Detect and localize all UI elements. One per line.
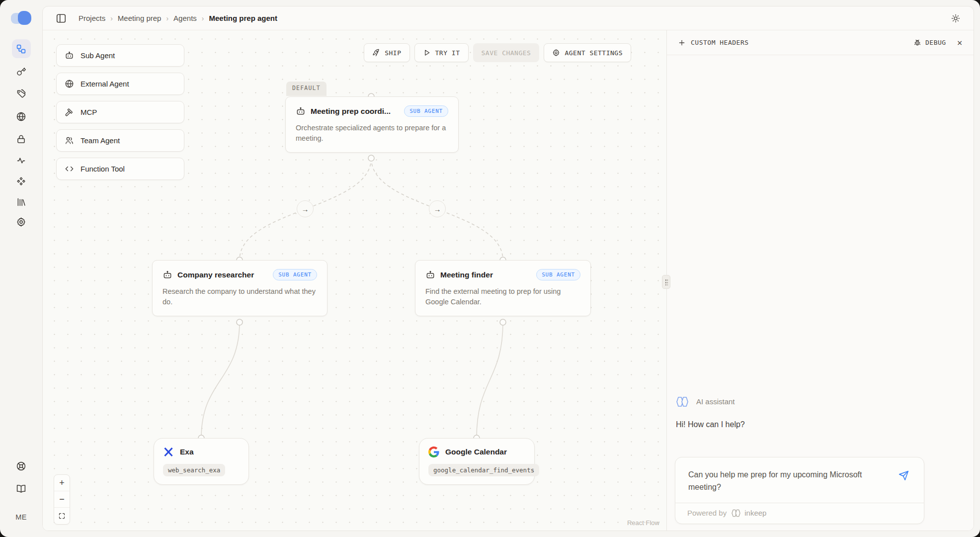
edge-finder-calendar bbox=[477, 322, 503, 438]
inkeep-assistant-icon bbox=[675, 396, 690, 407]
code-icon bbox=[65, 164, 74, 174]
node-meeting-finder[interactable]: Meeting finder SUB AGENT Find the extern… bbox=[415, 260, 591, 316]
sidebar-item-docs[interactable] bbox=[12, 479, 31, 498]
panel-left-toggle-icon[interactable] bbox=[56, 13, 67, 24]
palette-item-function-tool[interactable]: Function Tool bbox=[56, 158, 184, 180]
edge-researcher-exa bbox=[201, 322, 240, 438]
key-icon bbox=[16, 66, 26, 77]
panel-resize-grip[interactable] bbox=[662, 275, 670, 289]
breadcrumb-meeting-prep[interactable]: Meeting prep bbox=[118, 14, 162, 22]
inkeep-logo[interactable] bbox=[11, 11, 33, 26]
bot-icon bbox=[425, 270, 435, 280]
app-window: ME Projects › Meeting prep › Agents › Me… bbox=[0, 0, 980, 537]
palette-item-label: MCP bbox=[81, 108, 97, 116]
sidebar-item-help[interactable] bbox=[12, 456, 31, 475]
node-google-calendar-tool[interactable]: Google Calendar google_calendar_find_eve… bbox=[419, 438, 535, 485]
gear-icon bbox=[552, 49, 560, 57]
breadcrumb-separator: › bbox=[110, 14, 113, 22]
hammer-icon bbox=[65, 107, 74, 117]
palette-item-label: Sub Agent bbox=[81, 51, 115, 60]
palette-item-label: External Agent bbox=[81, 80, 129, 88]
node-meeting-prep-coordinator[interactable]: Meeting prep coordi... SUB AGENT Orchest… bbox=[285, 96, 459, 153]
inkeep-brand-label[interactable]: inkeep bbox=[744, 509, 766, 517]
send-icon[interactable] bbox=[898, 470, 909, 481]
bot-icon bbox=[296, 106, 306, 116]
breadcrumb: Projects › Meeting prep › Agents › Meeti… bbox=[79, 14, 277, 22]
breadcrumb-separator: › bbox=[166, 14, 168, 22]
breadcrumb-current: Meeting prep agent bbox=[209, 14, 277, 22]
palette-item-label: Function Tool bbox=[81, 165, 125, 173]
node-title: Meeting finder bbox=[440, 270, 493, 279]
google-logo-icon bbox=[428, 447, 439, 457]
assistant-header: AI assistant bbox=[675, 396, 924, 407]
sub-agent-badge: SUB AGENT bbox=[536, 269, 580, 280]
avatar[interactable]: ME bbox=[15, 513, 27, 521]
sidebar-item-library[interactable] bbox=[12, 192, 31, 211]
sidebar-item-api-keys[interactable] bbox=[12, 62, 31, 81]
save-changes-button[interactable]: SAVE CHANGES bbox=[473, 43, 540, 62]
fullscreen-icon bbox=[58, 512, 66, 520]
sidebar-item-settings[interactable] bbox=[12, 212, 31, 231]
sidebar-item-globe[interactable] bbox=[12, 107, 31, 126]
edge-arrow-label[interactable]: → bbox=[297, 200, 314, 217]
palette-item-external-agent[interactable]: External Agent bbox=[56, 73, 184, 95]
handle-finder-bottom[interactable] bbox=[500, 319, 506, 325]
palette-item-mcp[interactable]: MCP bbox=[56, 101, 184, 123]
zoom-in-button[interactable]: + bbox=[54, 475, 70, 491]
try-it-button[interactable]: TRY IT bbox=[414, 43, 469, 62]
sidebar-item-graph[interactable] bbox=[12, 39, 31, 58]
handle-coordinator-bottom[interactable] bbox=[368, 155, 374, 161]
component-icon bbox=[16, 176, 26, 186]
debug-button[interactable]: DEBUG bbox=[913, 39, 946, 47]
handle-researcher-bottom[interactable] bbox=[237, 319, 243, 325]
theme-sun-icon[interactable] bbox=[951, 13, 961, 23]
ship-button[interactable]: SHIP bbox=[364, 43, 409, 62]
chat-footer: Powered by inkeep bbox=[675, 503, 924, 524]
fit-view-button[interactable] bbox=[54, 508, 70, 524]
node-description: Orchestrate specialized agents to prepar… bbox=[296, 123, 448, 144]
rocket-icon bbox=[372, 49, 380, 57]
globe-icon bbox=[16, 111, 26, 122]
chat-input-card: Can you help me prep for my upcoming Mic… bbox=[675, 457, 924, 524]
sidebar-item-credentials[interactable] bbox=[12, 129, 31, 148]
right-panel-header: CUSTOM HEADERS DEBUG × bbox=[667, 30, 974, 55]
bug-icon bbox=[913, 39, 921, 47]
bot-icon bbox=[163, 270, 172, 280]
bot-icon bbox=[65, 51, 74, 60]
lock-icon bbox=[16, 134, 26, 144]
edge-arrow-label[interactable]: → bbox=[429, 200, 446, 217]
zoom-out-button[interactable]: − bbox=[54, 491, 70, 508]
node-exa-tool[interactable]: Exa web_search_exa bbox=[154, 438, 249, 485]
plus-icon bbox=[678, 39, 686, 47]
flow-canvas[interactable]: → → Sub Agent External Agent MCP bbox=[43, 30, 666, 531]
sidebar-item-tags[interactable] bbox=[12, 84, 31, 103]
play-icon bbox=[423, 49, 431, 57]
node-description: Research the company to understand what … bbox=[163, 286, 317, 307]
main-panel: Projects › Meeting prep › Agents › Meeti… bbox=[42, 6, 974, 531]
chat-input[interactable]: Can you help me prep for my upcoming Mic… bbox=[675, 457, 924, 503]
assistant-greeting: Hi! How can I help? bbox=[675, 420, 924, 429]
sidebar-item-components[interactable] bbox=[12, 172, 31, 190]
powered-by-label: Powered by bbox=[687, 509, 727, 517]
header: Projects › Meeting prep › Agents › Meeti… bbox=[43, 6, 974, 30]
close-icon[interactable]: × bbox=[957, 38, 963, 47]
save-changes-label: SAVE CHANGES bbox=[482, 49, 531, 57]
palette-item-team-agent[interactable]: Team Agent bbox=[56, 129, 184, 152]
try-it-label: TRY IT bbox=[435, 49, 460, 57]
globe-icon bbox=[65, 79, 74, 89]
react-flow-attribution[interactable]: React Flow bbox=[627, 519, 659, 527]
node-company-researcher[interactable]: Company researcher SUB AGENT Research th… bbox=[152, 260, 327, 316]
default-tag: DEFAULT bbox=[286, 82, 327, 96]
gear-icon bbox=[16, 217, 26, 227]
sidebar-item-activity[interactable] bbox=[12, 151, 31, 170]
palette-item-sub-agent[interactable]: Sub Agent bbox=[56, 44, 184, 67]
agent-settings-button[interactable]: AGENT SETTINGS bbox=[544, 43, 631, 62]
breadcrumb-agents[interactable]: Agents bbox=[173, 14, 197, 22]
breadcrumb-projects[interactable]: Projects bbox=[79, 14, 105, 22]
inkeep-logo-small bbox=[731, 509, 741, 517]
breadcrumb-separator: › bbox=[202, 14, 204, 22]
left-rail: ME bbox=[0, 0, 42, 537]
sub-agent-badge: SUB AGENT bbox=[273, 269, 317, 280]
node-title: Company researcher bbox=[177, 270, 254, 279]
custom-headers-button[interactable]: CUSTOM HEADERS bbox=[678, 39, 749, 47]
